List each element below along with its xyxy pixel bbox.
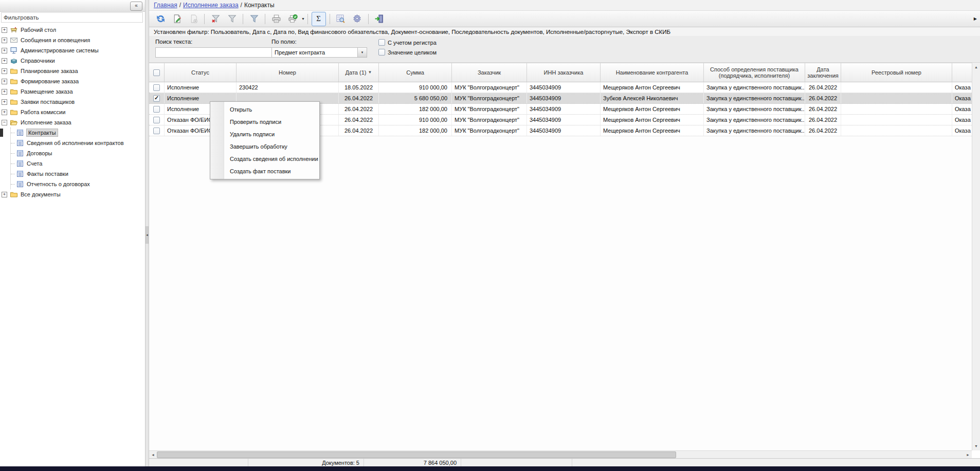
sidebar-item-delivery-facts[interactable]: Факты поставки (11, 169, 145, 179)
scroll-right-button[interactable]: ► (964, 451, 972, 458)
filter-icon (227, 14, 237, 24)
expand-toggle-icon[interactable]: + (2, 89, 7, 95)
context-menu-item-create-execution-info[interactable]: Создать сведения об исполнении (210, 153, 319, 165)
sidebar-item-order-placement[interactable]: +Размещение заказа (0, 86, 145, 97)
expand-toggle-icon[interactable]: + (2, 79, 7, 84)
row-select-cell[interactable] (149, 115, 165, 125)
header-label: Сумма (406, 69, 424, 76)
context-menu-item-create-delivery-fact[interactable]: Создать факт поставки (210, 165, 319, 177)
sidebar-filter-input[interactable] (1, 12, 143, 23)
header-cell-8[interactable]: Способ определения поставщика (подрядчик… (704, 63, 805, 82)
grid-cell: Закупка у единственного поставщик... (704, 82, 805, 93)
header-cell-3[interactable]: Дата (1)▼ (339, 63, 379, 82)
toolbar-button-settings[interactable] (350, 12, 365, 26)
toolbar-button-filter[interactable] (225, 12, 239, 26)
toolbar-button-grid-view[interactable] (334, 12, 348, 26)
sidebar-item-order-forming[interactable]: +Формирование заказа (0, 76, 145, 86)
sidebar-item-directories[interactable]: +Справочники (0, 56, 145, 66)
splitter-grip[interactable]: ◄ (146, 226, 149, 244)
sidebar-item-messages[interactable]: +Сообщения и оповещения (0, 35, 145, 45)
sidebar-item-administration[interactable]: +Администрирование системы (0, 45, 145, 56)
toolbar-button-refresh[interactable] (153, 12, 168, 26)
sidebar-item-invoices[interactable]: Счета (11, 158, 145, 169)
context-menu-item-delete-signatures[interactable]: Удалить подписи (210, 128, 319, 140)
chevron-down-icon[interactable]: ▼ (301, 17, 305, 21)
collapse-toggle-icon[interactable]: − (2, 120, 7, 125)
scroll-up-button[interactable]: ▲ (972, 64, 980, 70)
row-checkbox[interactable] (153, 84, 160, 91)
row-select-cell[interactable] (149, 104, 165, 114)
toolbar-overflow-arrow[interactable]: ▶ (974, 16, 977, 21)
header-cell-10[interactable]: Реестровый номер (841, 63, 952, 82)
toolbar-button-print[interactable] (269, 12, 283, 26)
data-grid: СтатусНомерДата (1)▼СуммаЗаказчикИНН зак… (149, 63, 972, 450)
expand-toggle-icon[interactable]: + (2, 99, 7, 105)
h-scroll-thumb[interactable] (157, 451, 676, 458)
sidebar-splitter[interactable]: ◄ (145, 0, 149, 466)
case-sensitive-checkbox[interactable] (378, 39, 385, 46)
expand-toggle-icon[interactable]: + (2, 192, 7, 197)
toolbar-button-print-report[interactable] (285, 12, 300, 26)
context-menu-item-verify-signatures[interactable]: Проверить подписи (210, 116, 319, 128)
scroll-left-button[interactable]: ◄ (149, 451, 157, 458)
row-checkbox[interactable] (153, 95, 160, 102)
header-cell-9[interactable]: Дата заключения (805, 63, 841, 82)
toolbar-button-edit[interactable] (170, 12, 184, 26)
breadcrumb-link-home[interactable]: Главная (154, 2, 177, 9)
row-checkbox[interactable] (153, 128, 160, 134)
grid-cell: Закупка у единственного поставщик... (704, 125, 805, 136)
toolbar-button-exit[interactable] (372, 12, 387, 26)
expand-toggle-icon[interactable]: + (2, 110, 7, 115)
header-cell-4[interactable]: Сумма (379, 63, 452, 82)
row-checkbox[interactable] (153, 117, 160, 123)
collapse-sidebar-button[interactable]: « (130, 2, 142, 11)
row-checkbox[interactable] (153, 106, 160, 113)
expand-toggle-icon[interactable]: + (2, 27, 7, 33)
h-scrollbar[interactable]: ◄ ► (149, 450, 972, 458)
toolbar-button-clear-filter[interactable] (208, 12, 223, 26)
sidebar-item-order-planning[interactable]: +Планирование заказа (0, 66, 145, 76)
exact-value-checkbox[interactable] (378, 49, 385, 56)
sidebar-item-supplier-requests[interactable]: +Заявки поставщиков (0, 97, 145, 107)
v-scrollbar[interactable]: ▲ ▼ (972, 63, 980, 450)
sidebar-item-contract-execution-info[interactable]: Сведения об исполнении контрактов (11, 138, 145, 148)
row-select-cell[interactable] (149, 82, 165, 93)
search-text-input[interactable] (155, 47, 285, 58)
sidebar-item-order-execution[interactable]: −Исполнение заказа (0, 117, 145, 128)
expand-toggle-icon[interactable]: + (2, 48, 7, 53)
expand-toggle-icon[interactable]: + (2, 38, 7, 43)
search-field-select[interactable]: Предмет контракта ▼ (271, 47, 367, 58)
toolbar-button-copy-add[interactable] (186, 12, 201, 26)
header-cell-7[interactable]: Наименование контрагента (601, 63, 704, 82)
sidebar-item-desktop[interactable]: +Рабочий стол (0, 25, 145, 35)
sidebar-item-contracts[interactable]: Контракты (11, 128, 145, 138)
toolbar-button-sum[interactable]: Σ (312, 12, 326, 26)
header-cell-2[interactable]: Номер (237, 63, 339, 82)
header-cell-6[interactable]: ИНН заказчика (527, 63, 601, 82)
sidebar-item-commission-work[interactable]: +Работа комиссии (0, 107, 145, 117)
grid-cell: МУК "Волгоградконцерт" (452, 125, 527, 136)
expand-toggle-icon[interactable]: + (2, 58, 7, 64)
chevron-down-icon[interactable]: ▼ (357, 48, 367, 57)
grid-cell: МУК "Волгоградконцерт" (452, 93, 527, 103)
header-cell-5[interactable]: Заказчик (452, 63, 527, 82)
scroll-down-button[interactable]: ▼ (972, 443, 980, 449)
sidebar-item-agreements[interactable]: Договоры (11, 148, 145, 158)
expand-toggle-icon[interactable]: + (2, 68, 7, 74)
breadcrumb-link-order-execution[interactable]: Исполнение заказа (183, 2, 239, 9)
row-select-cell[interactable] (149, 125, 165, 136)
row-select-cell[interactable] (149, 93, 165, 103)
context-menu-item-finish-processing[interactable]: Завершить обработку (210, 140, 319, 153)
grid-cell: 26.04.2022 (805, 82, 841, 93)
context-menu-item-open[interactable]: Открыть (210, 103, 319, 116)
status-cell (149, 459, 248, 466)
header-cell-11[interactable] (952, 63, 972, 82)
table-row[interactable]: Исполнение23042218.05.2022910 000,00МУК … (149, 82, 972, 93)
select-all-checkbox[interactable] (153, 69, 160, 76)
header-cell-1[interactable]: Статус (165, 63, 237, 82)
header-label: ИНН заказчика (544, 69, 584, 76)
sidebar-item-contract-reports[interactable]: Отчетность о договорах (11, 179, 145, 189)
sidebar-item-all-documents[interactable]: +Все документы (0, 189, 145, 200)
toolbar-button-filter-applied[interactable] (247, 12, 261, 26)
header-select-all[interactable] (149, 63, 165, 82)
